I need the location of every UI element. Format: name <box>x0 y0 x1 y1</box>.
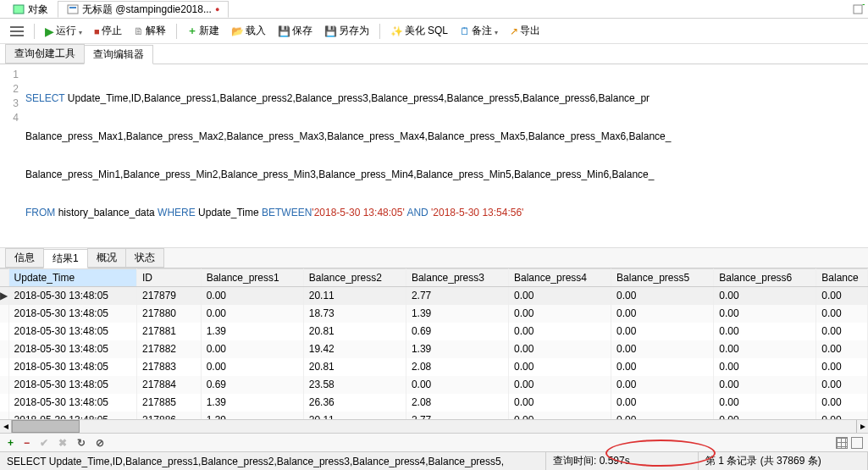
table-row[interactable]: 2018-05-30 13:48:052178851.3926.362.080.… <box>0 394 868 412</box>
table-cell[interactable]: 0.00 <box>611 287 714 305</box>
table-cell[interactable]: 0.00 <box>816 287 868 305</box>
tab-untitled[interactable]: 无标题 @stampingdie2018... ● <box>58 1 229 18</box>
sql-editor[interactable]: 1234 SELECT Update_Time,ID,Balance_press… <box>0 64 868 248</box>
table-cell[interactable]: 0.00 <box>611 340 714 358</box>
table-cell[interactable]: 0.00 <box>816 323 868 340</box>
add-tab-icon[interactable]: + <box>853 3 865 15</box>
column-header[interactable]: ID <box>136 269 201 287</box>
table-cell[interactable]: 217885 <box>136 394 201 412</box>
table-cell[interactable]: 1.39 <box>201 394 303 412</box>
table-cell[interactable]: 0.00 <box>201 305 303 323</box>
table-cell[interactable]: 20.81 <box>303 358 406 376</box>
table-cell[interactable]: 217881 <box>136 323 201 340</box>
load-button[interactable]: 📂载入 <box>226 22 271 40</box>
table-cell[interactable]: 1.39 <box>201 323 303 340</box>
table-cell[interactable]: 0.00 <box>714 287 816 305</box>
scroll-thumb[interactable] <box>12 420 80 433</box>
tab-profile[interactable]: 概况 <box>87 248 126 268</box>
table-cell[interactable]: 2018-05-30 13:48:05 <box>8 340 136 358</box>
table-cell[interactable]: 2018-05-30 13:48:05 <box>8 305 136 323</box>
column-header[interactable]: Balance_press3 <box>406 269 508 287</box>
table-cell[interactable]: 2.08 <box>406 358 508 376</box>
table-cell[interactable]: 26.36 <box>303 394 406 412</box>
table-cell[interactable]: 0.00 <box>714 305 816 323</box>
table-cell[interactable]: 0.00 <box>508 376 611 394</box>
table-cell[interactable]: 0.00 <box>508 358 611 376</box>
run-button[interactable]: ▶运行 <box>40 22 87 40</box>
note-button[interactable]: 🗒备注 <box>455 22 503 40</box>
tab-info[interactable]: 信息 <box>5 248 44 268</box>
form-view-icon[interactable] <box>851 437 863 449</box>
table-cell[interactable]: 0.00 <box>611 358 714 376</box>
table-cell[interactable]: 0.69 <box>201 376 303 394</box>
table-cell[interactable]: 1.39 <box>201 412 303 420</box>
menu-button[interactable] <box>5 25 29 38</box>
new-button[interactable]: ＋新建 <box>182 22 224 40</box>
table-cell[interactable]: 19.42 <box>303 340 406 358</box>
table-cell[interactable]: 2018-05-30 13:48:05 <box>8 394 136 412</box>
table-cell[interactable]: 0.00 <box>714 323 816 340</box>
table-cell[interactable]: 0.00 <box>714 412 816 420</box>
table-cell[interactable]: 0.00 <box>816 358 868 376</box>
table-cell[interactable]: 0.00 <box>816 394 868 412</box>
table-cell[interactable]: 0.69 <box>406 323 508 340</box>
column-header[interactable]: Balance <box>816 269 868 287</box>
column-header[interactable]: Balance_press5 <box>611 269 714 287</box>
scroll-right-icon[interactable]: ▸ <box>856 420 868 433</box>
column-header[interactable]: Balance_press4 <box>508 269 611 287</box>
table-cell[interactable]: 217884 <box>136 376 201 394</box>
table-cell[interactable]: 0.00 <box>406 376 508 394</box>
table-cell[interactable]: 217880 <box>136 305 201 323</box>
table-cell[interactable]: 0.00 <box>201 287 303 305</box>
horizontal-scrollbar[interactable]: ◂ ▸ <box>0 419 868 433</box>
table-cell[interactable]: 0.00 <box>508 340 611 358</box>
table-cell[interactable]: 20.11 <box>303 412 406 420</box>
close-icon[interactable]: ● <box>215 1 219 18</box>
table-cell[interactable]: 0.00 <box>714 358 816 376</box>
table-cell[interactable]: 0.00 <box>816 340 868 358</box>
table-cell[interactable]: 0.00 <box>508 287 611 305</box>
table-row[interactable]: ▶2018-05-30 13:48:052178790.0020.112.770… <box>0 287 868 305</box>
table-row[interactable]: 2018-05-30 13:48:052178820.0019.421.390.… <box>0 340 868 358</box>
column-header[interactable]: Balance_press2 <box>303 269 406 287</box>
scroll-left-icon[interactable]: ◂ <box>0 420 12 433</box>
table-cell[interactable]: 0.00 <box>611 376 714 394</box>
tab-status[interactable]: 状态 <box>125 248 164 268</box>
results-grid[interactable]: Update_TimeIDBalance_press1Balance_press… <box>0 268 868 419</box>
table-cell[interactable]: 217882 <box>136 340 201 358</box>
column-header[interactable]: Balance_press6 <box>714 269 816 287</box>
table-cell[interactable]: 2018-05-30 13:48:05 <box>8 287 136 305</box>
table-cell[interactable]: 2018-05-30 13:48:05 <box>8 376 136 394</box>
add-record-button[interactable]: + <box>5 437 16 449</box>
table-cell[interactable]: 0.00 <box>611 394 714 412</box>
table-cell[interactable]: 18.73 <box>303 305 406 323</box>
saveas-button[interactable]: 💾另存为 <box>319 22 374 40</box>
table-cell[interactable]: 2.77 <box>406 287 508 305</box>
table-cell[interactable]: 2.08 <box>406 394 508 412</box>
table-cell[interactable]: 0.00 <box>714 376 816 394</box>
table-cell[interactable]: 217883 <box>136 358 201 376</box>
table-row[interactable]: 2018-05-30 13:48:052178811.3920.810.690.… <box>0 323 868 340</box>
delete-record-button[interactable]: − <box>21 437 32 449</box>
table-cell[interactable]: 2.77 <box>406 412 508 420</box>
grid-view-icon[interactable] <box>836 437 848 449</box>
commit-button[interactable]: ✔ <box>37 437 51 449</box>
table-cell[interactable]: 0.00 <box>201 358 303 376</box>
tab-object[interactable]: 对象 <box>3 1 58 18</box>
table-cell[interactable]: 0.00 <box>816 305 868 323</box>
explain-button[interactable]: 🗎解释 <box>129 22 171 40</box>
table-cell[interactable]: 217886 <box>136 412 201 420</box>
table-cell[interactable]: 0.00 <box>508 394 611 412</box>
refresh-button[interactable]: ↻ <box>75 437 88 449</box>
save-button[interactable]: 💾保存 <box>273 22 318 40</box>
table-cell[interactable]: 0.00 <box>508 323 611 340</box>
export-button[interactable]: ↗导出 <box>505 22 545 40</box>
table-cell[interactable]: 23.58 <box>303 376 406 394</box>
table-cell[interactable]: 20.81 <box>303 323 406 340</box>
table-cell[interactable]: 2018-05-30 13:48:05 <box>8 323 136 340</box>
stop-fetch-button[interactable]: ⊘ <box>93 437 107 449</box>
table-row[interactable]: 2018-05-30 13:48:052178840.6923.580.000.… <box>0 376 868 394</box>
cancel-button[interactable]: ✖ <box>56 437 69 449</box>
stop-button[interactable]: ■停止 <box>89 22 127 40</box>
sql-code[interactable]: SELECT Update_Time,ID,Balance_press1,Bal… <box>25 68 868 244</box>
